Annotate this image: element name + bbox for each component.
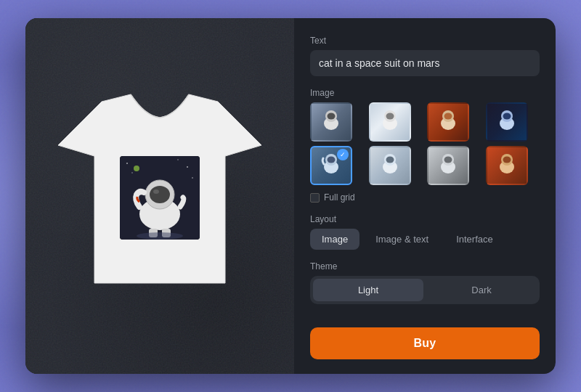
full-grid-label: Full grid: [324, 192, 355, 203]
astro-icon-6: [370, 147, 410, 184]
theme-btn-dark[interactable]: Dark: [426, 279, 537, 301]
svg-point-17: [328, 113, 336, 120]
svg-point-35: [444, 157, 452, 163]
svg-point-4: [150, 186, 170, 203]
theme-btn-light[interactable]: Light: [313, 279, 423, 301]
layout-label: Layout: [310, 214, 540, 224]
svg-point-9: [126, 163, 128, 164]
layout-btn-image[interactable]: Image: [310, 229, 359, 250]
image-cell-5[interactable]: ✓: [310, 146, 352, 185]
svg-point-20: [386, 113, 394, 120]
image-label: Image: [310, 88, 540, 98]
astro-icon-4: [487, 104, 527, 140]
image-cell-6[interactable]: [369, 146, 411, 185]
svg-point-8: [137, 232, 183, 240]
image-section: Image: [310, 88, 540, 203]
svg-point-11: [177, 159, 179, 160]
right-panel: Text Image: [294, 18, 556, 374]
buy-button[interactable]: Buy: [310, 327, 540, 359]
svg-point-29: [328, 157, 336, 163]
theme-buttons: Light Dark: [310, 276, 540, 304]
svg-point-26: [503, 113, 511, 120]
layout-btn-interface[interactable]: Interface: [444, 229, 505, 250]
astro-icon-3: [428, 104, 468, 140]
image-cell-1[interactable]: [310, 102, 352, 142]
theme-section: Theme Light Dark: [310, 261, 540, 304]
tshirt-preview-panel: [25, 18, 294, 374]
theme-label: Theme: [310, 261, 540, 271]
svg-point-23: [444, 113, 452, 120]
main-card: Text Image: [25, 18, 556, 374]
selected-check: ✓: [337, 149, 349, 160]
image-cell-4[interactable]: [486, 102, 528, 142]
image-cell-7[interactable]: [427, 146, 469, 185]
text-section: Text: [310, 36, 540, 76]
astro-icon-7: [428, 147, 468, 184]
svg-point-32: [386, 157, 394, 163]
astro-icon-1: [312, 104, 351, 140]
astro-icon-2: [370, 104, 410, 140]
svg-point-38: [503, 157, 511, 163]
full-grid-checkbox[interactable]: [310, 193, 320, 203]
image-cell-8[interactable]: [486, 146, 528, 185]
layout-buttons: Image Image & text Interface: [310, 229, 540, 250]
layout-btn-image-text[interactable]: Image & text: [364, 229, 440, 250]
layout-section: Layout Image Image & text Interface: [310, 214, 540, 250]
svg-point-12: [131, 172, 133, 173]
text-input[interactable]: [310, 50, 540, 76]
svg-point-10: [187, 166, 188, 168]
tshirt-svg: [58, 87, 261, 305]
astro-icon-8: [487, 147, 527, 184]
image-cell-2[interactable]: [369, 102, 411, 142]
full-grid-row: Full grid: [310, 192, 540, 203]
svg-point-13: [192, 177, 193, 179]
text-label: Text: [310, 36, 540, 46]
svg-point-5: [153, 189, 159, 194]
image-grid: ✓: [310, 102, 540, 185]
svg-point-14: [134, 166, 139, 171]
tshirt-container: [58, 87, 261, 305]
image-cell-3[interactable]: [427, 102, 469, 142]
